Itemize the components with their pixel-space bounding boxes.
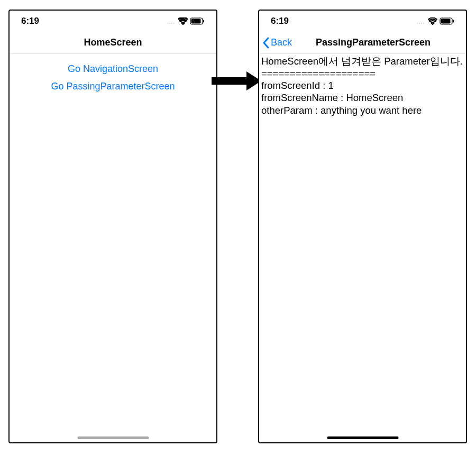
page-title: HomeScreen [10, 37, 216, 48]
body-line: otherParam : anything you want here [261, 104, 464, 116]
link-list: Go NavigationScreen Go PassingParameterS… [10, 54, 216, 95]
go-passingparameterscreen-link[interactable]: Go PassingParameterScreen [10, 78, 216, 95]
svg-rect-1 [191, 19, 201, 24]
status-icons: .... [167, 17, 205, 25]
svg-rect-4 [441, 19, 451, 24]
body-line: HomeScreen에서 넘겨받은 Parameter입니다. [261, 55, 464, 67]
body-line: ==================== [261, 67, 464, 79]
status-bar: 6:19 .... [259, 11, 466, 32]
signal-dots-icon: .... [167, 17, 175, 25]
body-line: fromScreenName : HomeScreen [261, 92, 464, 104]
body-line: fromScreenId : 1 [261, 79, 464, 92]
battery-icon [190, 17, 205, 25]
battery-icon [440, 17, 454, 25]
device-frame-passingparameter: 6:19 .... Back PassingParameterScreen Ho… [258, 10, 467, 443]
device-frame-home: 6:19 .... HomeScreen Go NavigationScreen… [8, 10, 217, 443]
status-icons: .... [416, 17, 454, 25]
status-time: 6:19 [271, 16, 289, 26]
svg-rect-2 [203, 20, 204, 23]
back-button[interactable]: Back [262, 37, 292, 49]
wifi-icon [428, 17, 437, 25]
nav-bar: Back PassingParameterScreen [259, 32, 466, 54]
signal-dots-icon: .... [416, 17, 425, 25]
go-navigationscreen-link[interactable]: Go NavigationScreen [10, 60, 216, 78]
back-button-label: Back [271, 37, 292, 48]
chevron-left-icon [262, 37, 270, 49]
svg-rect-5 [453, 20, 454, 23]
home-indicator[interactable] [327, 436, 398, 439]
status-time: 6:19 [21, 16, 39, 26]
parameter-display: HomeScreen에서 넘겨받은 Parameter입니다. ========… [259, 54, 466, 117]
home-indicator[interactable] [77, 436, 149, 439]
wifi-icon [178, 17, 188, 25]
status-bar: 6:19 .... [10, 11, 216, 32]
transition-arrow-icon [212, 71, 264, 90]
nav-bar: HomeScreen [10, 32, 216, 54]
